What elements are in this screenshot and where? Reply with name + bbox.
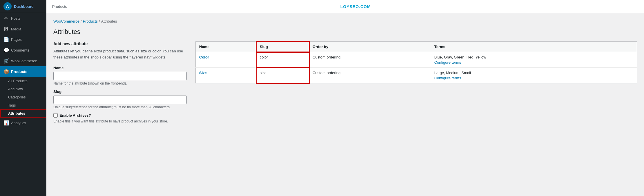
row-size-name: Size xyxy=(196,68,256,83)
row-color-terms: Blue, Gray, Green, Red, Yellow Configure… xyxy=(431,52,637,68)
page-title: Attributes xyxy=(53,28,637,36)
slug-label: Slug xyxy=(53,89,187,94)
sidebar-item-add-new[interactable]: Add New xyxy=(0,85,46,93)
enable-archives-checkbox[interactable] xyxy=(53,113,58,118)
dashboard-icon: W xyxy=(3,2,12,10)
sidebar-item-label: Pages xyxy=(11,37,22,42)
row-size-slug: size xyxy=(256,68,309,83)
slug-help: Unique slug/reference for the attribute;… xyxy=(53,105,187,109)
table-row: Color color Custom ordering Blue, Gray, … xyxy=(196,52,637,68)
sidebar-item-label: Media xyxy=(11,27,21,31)
col-name: Name xyxy=(196,42,256,52)
products-submenu: All Products Add New Categories Tags Att… xyxy=(0,77,46,118)
row-size-order-by: Custom ordering xyxy=(309,68,431,83)
row-size-terms: Large, Medium, Small Configure terms xyxy=(431,68,637,83)
col-terms: Terms xyxy=(431,42,637,52)
products-icon: 📦 xyxy=(3,69,9,74)
sidebar-item-tags[interactable]: Tags xyxy=(0,101,46,109)
name-help: Name for the attribute (shown on the fro… xyxy=(53,81,187,85)
color-link[interactable]: Color xyxy=(199,55,209,59)
content-area: WooCommerce / Products / Attributes Attr… xyxy=(46,13,644,196)
dashboard-label: Dashboard xyxy=(14,4,34,9)
breadcrumb-current: Attributes xyxy=(101,19,117,23)
sidebar-item-categories[interactable]: Categories xyxy=(0,93,46,101)
col-order-by: Order by xyxy=(309,42,431,52)
row-color-slug: color xyxy=(256,52,309,68)
attributes-table: Name Slug Order by Terms Color color xyxy=(195,41,637,83)
form-title: Add new attribute xyxy=(53,41,187,46)
media-icon: 🖼 xyxy=(3,26,9,32)
main-content: Products LOYSEO.COM WooCommerce / Produc… xyxy=(46,0,644,196)
enable-archives-field-group: Enable Archives? Enable this if you want… xyxy=(53,113,187,123)
row-color-order-by: Custom ordering xyxy=(309,52,431,68)
name-label: Name xyxy=(53,66,187,70)
analytics-icon: 📊 xyxy=(3,120,9,126)
enable-archives-help: Enable this if you want this attribute t… xyxy=(53,119,187,123)
table-header-row: Name Slug Order by Terms xyxy=(196,42,637,52)
size-terms-text: Large, Medium, Small xyxy=(434,71,471,75)
woocommerce-icon: 🛒 xyxy=(3,58,9,64)
sidebar-item-woocommerce[interactable]: 🛒 WooCommerce xyxy=(0,56,46,66)
sidebar-item-label: WooCommerce xyxy=(11,59,37,63)
comments-icon: 💬 xyxy=(3,47,9,53)
slug-field-group: Slug Unique slug/reference for the attri… xyxy=(53,89,187,109)
color-configure-link[interactable]: Configure terms xyxy=(434,60,633,65)
size-link[interactable]: Size xyxy=(199,71,207,75)
topbar-nav: Products xyxy=(52,3,67,10)
slug-input[interactable] xyxy=(53,96,187,104)
sidebar-item-products[interactable]: 📦 Products xyxy=(0,66,46,77)
breadcrumb: WooCommerce / Products / Attributes xyxy=(53,19,637,23)
topbar: Products LOYSEO.COM xyxy=(46,0,644,13)
sidebar-item-attributes[interactable]: Attributes xyxy=(0,109,46,118)
row-color-name: Color xyxy=(196,52,256,68)
sidebar-item-label: Comments xyxy=(11,48,29,52)
sidebar-item-media[interactable]: 🖼 Media xyxy=(0,24,46,34)
sidebar-item-all-products[interactable]: All Products xyxy=(0,77,46,85)
sidebar-item-label: Posts xyxy=(11,16,21,21)
form-description: Attributes let you define extra product … xyxy=(53,48,187,61)
breadcrumb-products[interactable]: Products xyxy=(83,19,98,23)
attributes-layout: Add new attribute Attributes let you def… xyxy=(53,41,637,127)
size-configure-link[interactable]: Configure terms xyxy=(434,76,633,80)
sidebar-dashboard-item[interactable]: W Dashboard xyxy=(0,0,46,13)
sidebar: W Dashboard ✏ Posts 🖼 Media 📄 Pages 💬 Co… xyxy=(0,0,46,196)
breadcrumb-woocommerce[interactable]: WooCommerce xyxy=(53,19,79,23)
breadcrumb-sep-1: / xyxy=(81,19,82,23)
add-attribute-form: Add new attribute Attributes let you def… xyxy=(53,41,187,127)
sidebar-item-pages[interactable]: 📄 Pages xyxy=(0,34,46,45)
enable-archives-row: Enable Archives? xyxy=(53,113,187,118)
topbar-products-link[interactable]: Products xyxy=(52,3,67,10)
topbar-brand: LOYSEO.COM xyxy=(340,4,371,9)
name-input[interactable] xyxy=(53,72,187,80)
sidebar-item-label: Analytics xyxy=(11,121,26,125)
sidebar-item-analytics[interactable]: 📊 Analytics xyxy=(0,118,46,128)
posts-icon: ✏ xyxy=(3,16,9,21)
table-row: Size size Custom ordering Large, Medium,… xyxy=(196,68,637,83)
attributes-table-wrap: Name Slug Order by Terms Color color xyxy=(195,41,637,83)
breadcrumb-sep-2: / xyxy=(99,19,100,23)
sidebar-item-label: Products xyxy=(11,69,27,74)
color-terms-text: Blue, Gray, Green, Red, Yellow xyxy=(434,55,486,59)
sidebar-item-posts[interactable]: ✏ Posts xyxy=(0,13,46,24)
enable-archives-label: Enable Archives? xyxy=(59,113,91,118)
pages-icon: 📄 xyxy=(3,37,9,42)
sidebar-item-comments[interactable]: 💬 Comments xyxy=(0,45,46,56)
col-slug: Slug xyxy=(256,42,309,52)
name-field-group: Name Name for the attribute (shown on th… xyxy=(53,66,187,85)
